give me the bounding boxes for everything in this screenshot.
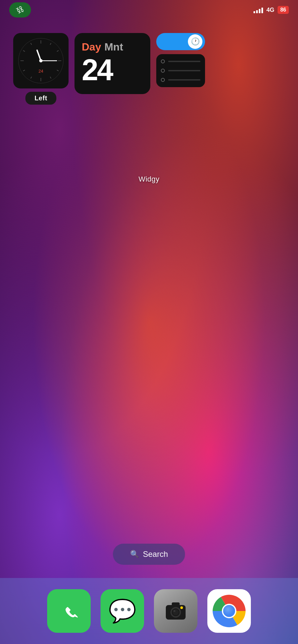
right-column: 🕐 <box>156 33 205 87</box>
day-number: 24 <box>82 55 112 85</box>
svg-point-24 <box>173 610 175 612</box>
svg-rect-20 <box>172 602 180 607</box>
battery-indicator: 86 <box>278 6 289 14</box>
dock-camera-icon[interactable] <box>154 589 197 633</box>
day-mnt-header: Day Mnt <box>82 41 123 53</box>
list-dot-icon <box>161 78 165 82</box>
signal-bar-3 <box>259 9 260 13</box>
clock-widget-label: Left <box>25 92 57 105</box>
messages-emoji: 💬 <box>101 589 144 633</box>
dock-chrome-icon[interactable] <box>207 589 251 633</box>
svg-text:24: 24 <box>39 69 43 74</box>
dock: 💬 <box>0 578 298 644</box>
signal-bar-2 <box>256 10 258 13</box>
analog-clock-widget[interactable]: 24 <box>13 33 69 88</box>
search-label: Search <box>143 550 168 559</box>
list-item <box>161 69 200 73</box>
svg-point-15 <box>39 59 43 62</box>
list-item <box>161 59 200 63</box>
dock-phone-icon[interactable] <box>47 589 91 633</box>
list-dot-icon <box>161 69 165 73</box>
status-bar: ⛓ 4G 86 <box>0 0 298 20</box>
svg-point-25 <box>180 606 183 609</box>
list-dot-icon <box>161 59 165 63</box>
chain-icon: ⛓ <box>15 4 25 16</box>
signal-bar-1 <box>253 11 255 13</box>
svg-point-23 <box>173 609 179 615</box>
list-widget[interactable] <box>156 54 205 87</box>
widgets-area: 24 Left Day Mnt 24 🕐 <box>13 33 285 105</box>
status-right: 4G 86 <box>253 6 289 14</box>
chrome-svg <box>211 593 247 629</box>
left-column: 24 Left <box>13 33 69 105</box>
list-line <box>168 70 200 71</box>
toggle-widget[interactable]: 🕐 <box>156 33 205 50</box>
dynamic-island: ⛓ <box>9 2 31 17</box>
signal-bars <box>253 7 263 13</box>
svg-point-29 <box>223 605 235 617</box>
day-mnt-widget[interactable]: Day Mnt 24 <box>74 33 150 94</box>
list-line <box>168 61 200 62</box>
signal-bar-4 <box>261 8 263 13</box>
camera-svg <box>163 598 189 624</box>
mnt-label: Mnt <box>104 41 123 53</box>
widgy-app-label: Widgy <box>138 175 160 184</box>
search-button[interactable]: 🔍 Search <box>113 544 185 565</box>
day-label: Day <box>82 41 101 53</box>
list-line <box>168 79 200 81</box>
clock-emoji-icon: 🕐 <box>191 37 200 46</box>
network-label: 4G <box>266 7 274 14</box>
analog-clock-svg: 24 <box>18 38 64 84</box>
phone-svg <box>56 598 82 624</box>
list-item <box>161 78 200 82</box>
dock-messages-icon[interactable]: 💬 <box>101 589 144 633</box>
search-icon: 🔍 <box>130 550 139 559</box>
toggle-thumb: 🕐 <box>188 34 202 49</box>
